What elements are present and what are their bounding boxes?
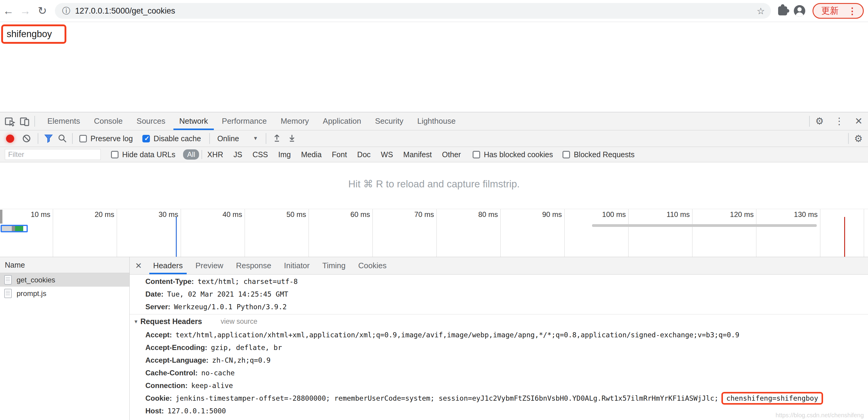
chrome-update-button[interactable]: 更新 ⋮ [812, 3, 864, 19]
tab-memory[interactable]: Memory [274, 112, 316, 130]
tick-label: 130 ms [794, 210, 818, 219]
devtools-close-icon[interactable]: ✕ [855, 116, 863, 127]
header-name: Accept-Encoding: [145, 343, 207, 352]
tab-security[interactable]: Security [368, 112, 410, 130]
tab-cookies[interactable]: Cookies [352, 257, 393, 274]
filter-type-manifest[interactable]: Manifest [403, 150, 432, 159]
view-source-link[interactable]: view source [221, 318, 257, 326]
blocked-requests-checkbox[interactable] [562, 151, 570, 158]
timeline-left-handle[interactable] [0, 210, 2, 223]
disable-cache-checkbox[interactable] [142, 135, 150, 142]
tab-console[interactable]: Console [87, 112, 129, 130]
header-value: gzip, deflate, br [211, 344, 282, 352]
forward-icon[interactable]: → [17, 4, 34, 17]
has-blocked-cookies-label[interactable]: Has blocked cookies [484, 150, 553, 159]
network-overview-timeline[interactable]: 10 ms 20 ms 30 ms 40 ms 50 ms 60 ms 70 m… [0, 209, 868, 257]
grid-line [500, 209, 501, 257]
tab-sources[interactable]: Sources [130, 112, 172, 130]
search-icon[interactable] [58, 134, 67, 143]
request-header-row-cookie: Cookie: jenkins-timestamper-offset=-2880… [130, 392, 868, 404]
close-detail-icon[interactable]: ✕ [135, 261, 142, 271]
tab-application[interactable]: Application [316, 112, 368, 130]
back-icon[interactable]: ← [0, 4, 17, 17]
header-name: Accept: [145, 331, 172, 339]
header-value: text/html,application/xhtml+xml,applicat… [176, 331, 739, 339]
request-waterfall-bar-selected[interactable] [1, 225, 28, 232]
header-value: zh-CN,zh;q=0.9 [212, 356, 271, 364]
tab-preview[interactable]: Preview [189, 257, 229, 274]
tab-response[interactable]: Response [229, 257, 277, 274]
extensions-icon[interactable] [778, 6, 787, 16]
tab-network[interactable]: Network [172, 112, 215, 130]
url-bar[interactable]: ⓘ 127.0.0.1:5000/get_cookies ☆ [55, 3, 771, 19]
filter-type-media[interactable]: Media [301, 150, 321, 159]
tab-lighthouse[interactable]: Lighthouse [410, 112, 462, 130]
import-har-icon[interactable] [272, 134, 281, 143]
name-column-header[interactable]: Name [0, 257, 129, 273]
device-toolbar-icon[interactable] [19, 116, 30, 127]
filter-type-xhr[interactable]: XHR [207, 150, 223, 159]
disable-cache-label[interactable]: Disable cache [154, 134, 201, 143]
filter-type-ws[interactable]: WS [381, 150, 393, 159]
tab-performance[interactable]: Performance [215, 112, 274, 130]
screenshot-root: ← → ↻ ⓘ 127.0.0.1:5000/get_cookies ☆ 更新 … [0, 0, 868, 420]
url-text[interactable]: 127.0.0.1:5000/get_cookies [75, 6, 757, 16]
grid-line [53, 209, 53, 257]
request-row-prompt-js[interactable]: prompt.js [0, 287, 129, 300]
inspect-element-icon[interactable] [4, 116, 15, 127]
filter-funnel-icon[interactable] [44, 134, 53, 143]
tab-elements[interactable]: Elements [40, 112, 87, 130]
tab-timing[interactable]: Timing [316, 257, 352, 274]
filter-type-css[interactable]: CSS [252, 150, 268, 159]
tick-label: 10 ms [31, 210, 50, 219]
filter-input[interactable] [5, 149, 101, 160]
devtools-tabbar: Elements Console Sources Network Perform… [0, 112, 868, 130]
network-settings-gear-icon[interactable]: ⚙ [854, 133, 863, 144]
load-event-marker [844, 217, 845, 257]
tab-initiator[interactable]: Initiator [277, 257, 316, 274]
header-value: text/html; charset=utf-8 [197, 278, 298, 286]
request-headers-title: Request Headers [141, 317, 202, 326]
preserve-log-checkbox[interactable] [79, 135, 87, 142]
divider [209, 133, 210, 144]
record-network-log-icon[interactable] [6, 134, 14, 143]
header-value: jenkins-timestamper-offset=-28800000; re… [176, 394, 718, 402]
tick-label: 120 ms [730, 210, 754, 219]
network-bottom-split: Name get_cookies prompt.js ✕ Headers Pre… [0, 257, 868, 420]
request-row-get-cookies[interactable]: get_cookies [0, 273, 129, 287]
hide-data-urls-checkbox[interactable] [111, 151, 119, 158]
request-waterfall-bar-long[interactable] [592, 224, 817, 227]
filter-type-all[interactable]: All [183, 149, 199, 160]
clear-network-log-icon[interactable] [22, 134, 31, 143]
reload-hint-area: Hit ⌘ R to reload and capture filmstrip. [0, 162, 868, 209]
filter-type-font[interactable]: Font [332, 150, 347, 159]
browser-menu-icon[interactable]: ⋮ [848, 6, 857, 16]
export-har-icon[interactable] [287, 134, 297, 143]
settings-gear-icon[interactable]: ⚙ [815, 116, 824, 127]
blocked-requests-label[interactable]: Blocked Requests [574, 150, 634, 159]
throttling-select[interactable]: Online [217, 134, 239, 143]
bookmark-star-icon[interactable]: ☆ [757, 6, 765, 16]
header-name: Host: [145, 407, 164, 415]
devtools-menu-icon[interactable]: ⋮ [835, 116, 844, 127]
site-info-icon[interactable]: ⓘ [62, 5, 70, 16]
filter-type-doc[interactable]: Doc [357, 150, 370, 159]
reload-icon[interactable]: ↻ [34, 4, 51, 17]
filter-type-js[interactable]: JS [234, 150, 242, 159]
tab-headers[interactable]: Headers [147, 257, 189, 274]
throttling-dropdown-icon[interactable]: ▼ [253, 136, 258, 142]
collapse-triangle-icon[interactable]: ▾ [134, 318, 137, 325]
hide-data-urls-label[interactable]: Hide data URLs [122, 150, 175, 159]
filter-type-img[interactable]: Img [278, 150, 291, 159]
headers-content[interactable]: Content-Type: text/html; charset=utf-8 D… [130, 275, 868, 420]
filter-type-other[interactable]: Other [442, 150, 461, 159]
tick-label: 60 ms [350, 210, 370, 219]
preserve-log-label[interactable]: Preserve log [91, 134, 133, 143]
divider [809, 116, 810, 127]
request-headers-section[interactable]: ▾ Request Headers view source [130, 314, 868, 329]
has-blocked-cookies-checkbox[interactable] [473, 151, 480, 158]
request-header-row: Accept: text/html,application/xhtml+xml,… [130, 329, 868, 341]
profile-avatar[interactable] [794, 5, 805, 17]
grid-line [372, 209, 373, 257]
grid-line [181, 209, 181, 257]
